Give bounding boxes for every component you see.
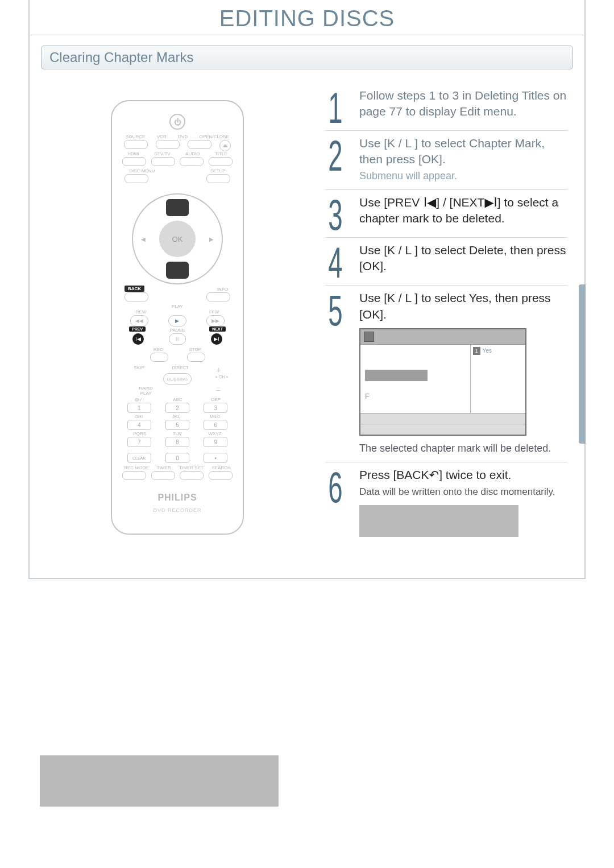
- osd-square-icon: [364, 332, 374, 342]
- keypad-label: PQRS: [133, 431, 146, 436]
- ffw-icon: ▶▶: [206, 315, 225, 326]
- remote-label: SOURCE: [126, 134, 145, 139]
- keypad-key: •: [204, 453, 227, 463]
- pause-icon: II: [169, 333, 186, 345]
- keypad-label: @ / :: [134, 397, 144, 402]
- eject-icon: ⏏: [219, 140, 231, 151]
- keypad-label: JKL: [172, 414, 180, 419]
- prev-icon: I◀: [132, 333, 144, 345]
- dpad-left-icon: ◀: [141, 236, 146, 242]
- remote-label: REC MODE: [124, 465, 148, 470]
- step-text: Follow steps 1 to 3 in Deleting Titles o…: [359, 89, 566, 118]
- osd-yes-option: 1 Yes: [473, 347, 492, 355]
- keypad-label: MNO: [209, 414, 220, 419]
- info-label: INFO: [217, 287, 228, 292]
- remote-label: ▪ CH ▪: [215, 374, 228, 379]
- step-text: Press [BACK↶] twice to exit.: [359, 468, 511, 481]
- power-icon: ⏻: [169, 114, 185, 130]
- step-text: Use [K / L ] to select Chapter Mark, the…: [359, 137, 545, 166]
- step-number: 4: [325, 245, 346, 280]
- step-6: 6 Press [BACK↶] twice to exit. Data will…: [325, 462, 567, 544]
- step-text: Use [K / L ] to select Yes, then press […: [359, 291, 551, 320]
- remote-button: [151, 157, 175, 166]
- keypad-key: 4: [127, 420, 151, 430]
- remote-button: [180, 471, 204, 480]
- section-title-bar: Clearing Chapter Marks: [41, 46, 573, 69]
- keypad-key: 8: [165, 437, 189, 447]
- remote-label: TIMER: [157, 465, 171, 470]
- keypad-label: TUV: [173, 431, 182, 436]
- remote-button: [124, 140, 148, 149]
- remote-illustration: ⏻ SOURCE VCR DVD OPEN/CLOSE ⏏ HD: [111, 100, 244, 535]
- play-icon: ▶: [168, 315, 186, 326]
- remote-label: STOP: [189, 347, 201, 352]
- section-title: Clearing Chapter Marks: [49, 49, 193, 65]
- remote-button: [206, 174, 230, 183]
- step-caption: The selected chapter mark will be delete…: [359, 441, 567, 455]
- remote-label: FFW: [209, 309, 219, 315]
- ok-button: OK: [159, 221, 196, 257]
- step-number: 1: [325, 90, 346, 126]
- remote-label: VCR: [157, 134, 167, 139]
- step-subtext: Submenu will appear.: [359, 169, 567, 183]
- remote-label: REW: [136, 309, 147, 315]
- dpad-up-icon: [166, 199, 189, 216]
- keypad-key: 2: [165, 403, 189, 413]
- step-fine-print: Data will be written onto the disc momen…: [359, 486, 567, 499]
- remote-button: [122, 471, 146, 480]
- keypad-key: 5: [165, 420, 189, 430]
- back-arrow-icon: ↶: [429, 468, 439, 482]
- keypad-label: GHI: [135, 414, 143, 419]
- step-number: 5: [325, 292, 346, 328]
- keypad-key: 1: [127, 403, 151, 413]
- page-heading: EDITING DISCS: [31, 0, 583, 35]
- remote-button: [151, 471, 175, 480]
- placeholder-block: [359, 505, 518, 537]
- remote-label: REC: [154, 347, 163, 352]
- remote-label: HDMI: [127, 151, 139, 156]
- step-text: Use [PREV I◀] / [NEXT▶I] to select a cha…: [359, 196, 558, 225]
- remote-label: TITLE: [215, 151, 227, 156]
- step-4: 4 Use [K / L ] to select Delete, then pr…: [325, 238, 567, 286]
- keypad-label: ABC: [173, 397, 182, 402]
- step-2: 2 Use [K / L ] to select Chapter Mark, t…: [325, 131, 567, 190]
- step-5: 5 Use [K / L ] to select Yes, then press…: [325, 286, 567, 462]
- remote-button: [125, 292, 148, 301]
- remote-button: [188, 140, 211, 149]
- remote-label: OPEN/CLOSE: [200, 134, 229, 139]
- step-number: 6: [325, 469, 346, 505]
- dpad-down-icon: [166, 262, 189, 279]
- remote-label: SEARCH: [211, 465, 230, 470]
- brand-label: PHILIPS: [112, 493, 243, 503]
- keypad-label: WXYZ: [209, 431, 222, 436]
- dpad-right-icon: ▶: [209, 236, 214, 242]
- footer-placeholder: [40, 755, 279, 807]
- remote-label: PAUSE: [170, 328, 185, 333]
- remote-button: [122, 157, 146, 166]
- next-icon: ▶I: [211, 333, 222, 345]
- osd-bar: [365, 370, 428, 381]
- osd-mock: F 1 Yes: [359, 328, 526, 436]
- remote-button: [209, 471, 233, 480]
- prev-track-icon: I◀: [420, 196, 436, 209]
- remote-button: [209, 157, 233, 166]
- back-label: BACK: [125, 286, 144, 292]
- step-1: 1 Follow steps 1 to 3 in Deleting Titles…: [325, 83, 567, 131]
- dpad: ◀ ▶ OK: [132, 193, 223, 284]
- side-tab: [579, 284, 586, 444]
- keypad-key: 3: [204, 403, 227, 413]
- remote-label: TIMER SET: [179, 465, 204, 470]
- sub-brand-label: DVD RECORDER: [112, 507, 243, 513]
- remote-button: [125, 174, 148, 183]
- step-number: 2: [325, 138, 346, 173]
- rew-icon: ◀◀: [130, 315, 148, 326]
- remote-label: AUDIO: [185, 151, 200, 156]
- keypad-key: 0: [165, 453, 189, 463]
- remote-label: DTV/TV: [154, 151, 170, 156]
- remote-button: [206, 292, 230, 301]
- keypad-key: CLEAR: [127, 453, 151, 463]
- keypad-key: 7: [127, 437, 151, 447]
- step-text: Use [K / L ] to select Delete, then pres…: [359, 243, 566, 272]
- remote-label: SETUP: [210, 168, 226, 173]
- step-3: 3 Use [PREV I◀] / [NEXT▶I] to select a c…: [325, 190, 567, 238]
